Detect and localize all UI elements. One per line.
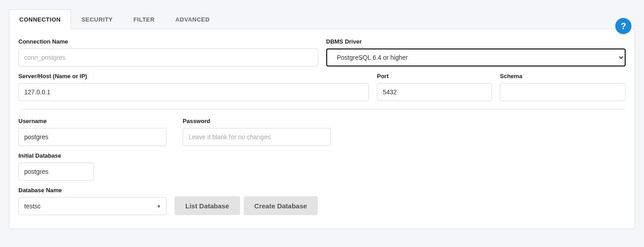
label-schema: Schema <box>500 73 626 79</box>
label-password: Password <box>183 118 331 124</box>
tab-advanced[interactable]: ADVANCED <box>165 9 220 29</box>
tab-security[interactable]: SECURITY <box>71 9 123 29</box>
field-database-name: Database Name ▼ <box>18 187 166 215</box>
label-dbms-driver: DBMS Driver <box>326 38 626 45</box>
create-database-button[interactable]: Create Database <box>244 196 318 215</box>
field-schema: Schema <box>500 73 626 101</box>
input-schema[interactable] <box>500 83 626 101</box>
label-port: Port <box>377 73 492 79</box>
input-connection-name[interactable] <box>18 49 318 66</box>
field-username: Username <box>18 118 166 146</box>
connection-panel: CONNECTION SECURITY FILTER ADVANCED ? Co… <box>9 9 635 229</box>
input-port[interactable] <box>377 83 492 101</box>
field-initial-database: Initial Database <box>18 152 94 181</box>
separator <box>18 109 626 110</box>
help-button[interactable]: ? <box>615 18 631 34</box>
tabs-bar: CONNECTION SECURITY FILTER ADVANCED <box>9 9 635 29</box>
tab-connection[interactable]: CONNECTION <box>9 9 71 29</box>
label-username: Username <box>18 118 166 124</box>
input-server-host[interactable] <box>18 83 369 101</box>
select-dbms-driver[interactable]: PostgreSQL 6.4 or higher <box>326 49 626 66</box>
field-password: Password <box>183 118 331 146</box>
tab-filter[interactable]: FILTER <box>123 9 165 29</box>
field-dbms-driver: DBMS Driver PostgreSQL 6.4 or higher <box>326 38 626 66</box>
label-server-host: Server/Host (Name or IP) <box>18 73 369 79</box>
field-port: Port <box>377 73 492 101</box>
input-initial-database[interactable] <box>18 163 94 181</box>
field-server-host: Server/Host (Name or IP) <box>18 73 369 101</box>
label-connection-name: Connection Name <box>18 38 318 45</box>
field-connection-name: Connection Name <box>18 38 318 66</box>
panel-body: Connection Name DBMS Driver PostgreSQL 6… <box>9 29 635 229</box>
input-database-name[interactable] <box>18 197 166 215</box>
help-icon: ? <box>621 21 626 31</box>
input-password[interactable] <box>183 128 331 146</box>
label-database-name: Database Name <box>18 187 166 194</box>
label-initial-database: Initial Database <box>18 152 94 159</box>
list-database-button[interactable]: List Database <box>175 196 240 215</box>
input-username[interactable] <box>18 128 166 146</box>
